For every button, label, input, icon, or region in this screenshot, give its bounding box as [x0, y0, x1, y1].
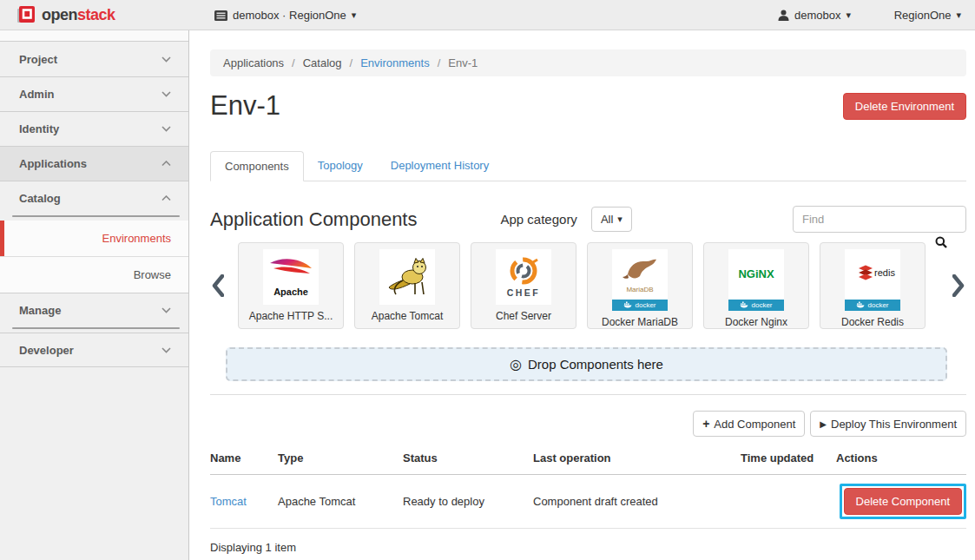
drop-zone-label: Drop Components here [528, 357, 663, 372]
sidebar-top-strip [0, 30, 188, 42]
chevron-right-icon [952, 274, 965, 297]
component-card-docker-mariadb[interactable]: MariaDB docker Docker MariaDB [587, 242, 693, 329]
deploy-environment-button[interactable]: ▶ Deploy This Environment [810, 411, 966, 437]
catalog-underline [12, 215, 180, 217]
sidebar-item-applications[interactable]: Applications [0, 146, 188, 181]
component-card-label: Apache Tomcat [372, 310, 444, 322]
component-card-chef-server[interactable]: CHEF Chef Server [471, 242, 576, 329]
project-switcher[interactable]: demobox · RegionOne ▾ [214, 0, 356, 30]
search-icon[interactable] [935, 236, 947, 248]
sidebar-item-manage[interactable]: Manage [0, 293, 188, 327]
breadcrumb-applications[interactable]: Applications [223, 56, 284, 69]
sidebar-item-browse[interactable]: Browse [0, 256, 188, 293]
component-name-link[interactable]: Tomcat [210, 475, 278, 529]
svg-text:redis: redis [874, 267, 895, 278]
user-icon [778, 10, 789, 21]
caret-down-icon: ▾ [617, 214, 623, 224]
play-icon: ▶ [820, 419, 827, 429]
component-card-docker-nginx[interactable]: NGiNX docker Docker Nginx [703, 242, 809, 329]
component-card-apache-http[interactable]: Apache Apache HTTP S... [238, 242, 344, 329]
table-row: Tomcat Apache Tomcat Ready to deploy Com… [210, 475, 966, 529]
manage-underline [12, 327, 180, 329]
list-icon [214, 10, 227, 21]
chef-logo-icon [506, 257, 541, 287]
caret-down-icon: ▾ [956, 10, 961, 20]
redis-logo-icon: redis [848, 260, 897, 288]
mariadb-seal-icon [616, 255, 664, 284]
component-card-label: Docker MariaDB [602, 316, 678, 328]
tab-topology[interactable]: Topology [304, 151, 377, 181]
openstack-logo[interactable]: openstack [16, 4, 115, 25]
breadcrumb-separator: / [292, 56, 295, 69]
sidebar: Project Admin Identity Applications Cata… [0, 30, 189, 560]
components-table: Name Type Status Last operation Time upd… [210, 445, 966, 529]
caret-down-icon: ▾ [846, 10, 851, 20]
docker-badge: docker [612, 300, 668, 311]
tomcat-cat-icon [384, 258, 431, 296]
nginx-logo-icon: NGiNX [732, 260, 781, 288]
chevron-down-icon [161, 307, 171, 313]
logo-text: openstack [42, 6, 115, 24]
apache-feather-icon [267, 256, 315, 286]
top-bar: openstack demobox · RegionOne ▾ demobox … [0, 0, 975, 30]
target-icon: ◎ [510, 356, 522, 372]
chevron-left-icon [212, 274, 224, 297]
component-time-updated [741, 475, 836, 529]
chevron-up-icon [161, 195, 171, 201]
chevron-up-icon [161, 161, 171, 167]
component-card-docker-redis[interactable]: redis docker Docker Redis [820, 242, 926, 329]
openstack-cube-icon [16, 4, 36, 25]
column-header-last-operation: Last operation [533, 445, 741, 475]
tab-bar: Components Topology Deployment History [210, 151, 966, 181]
context-label: demobox · RegionOne [233, 9, 346, 22]
app-category-label: App category [500, 212, 576, 227]
breadcrumb: Applications / Catalog / Environments / … [210, 49, 966, 76]
breadcrumb-current: Env-1 [448, 56, 478, 69]
tab-components[interactable]: Components [210, 151, 304, 181]
column-header-actions: Actions [836, 445, 966, 475]
breadcrumb-separator: / [438, 56, 441, 69]
tab-deployment-history[interactable]: Deployment History [377, 151, 503, 181]
delete-component-button[interactable]: Delete Component [844, 488, 962, 515]
table-footer: Displaying 1 item [210, 529, 966, 554]
docker-whale-icon [623, 301, 632, 308]
component-card-label: Docker Nginx [725, 316, 787, 328]
sidebar-item-identity[interactable]: Identity [0, 111, 188, 146]
component-card-label: Apache HTTP S... [249, 310, 333, 322]
plus-icon: + [702, 417, 709, 431]
svg-text:Apache: Apache [273, 287, 308, 297]
sidebar-item-developer[interactable]: Developer [0, 333, 188, 367]
main-content: Applications / Catalog / Environments / … [190, 30, 975, 560]
sidebar-item-environments[interactable]: Environments [0, 221, 188, 256]
drop-components-zone[interactable]: ◎ Drop Components here [226, 347, 947, 381]
breadcrumb-separator: / [350, 56, 353, 69]
chevron-down-icon [161, 347, 171, 353]
docker-badge: docker [845, 300, 900, 311]
carousel-next-button[interactable] [951, 274, 966, 297]
app-category-dropdown[interactable]: All ▾ [591, 207, 632, 232]
breadcrumb-environments-link[interactable]: Environments [360, 56, 429, 69]
delete-environment-button[interactable]: Delete Environment [843, 93, 966, 120]
section-divider [210, 394, 966, 395]
region-name: RegionOne [894, 9, 952, 22]
sidebar-item-catalog[interactable]: Catalog [0, 181, 188, 215]
component-status: Ready to deploy [403, 475, 533, 529]
component-last-operation: Component draft created [533, 475, 741, 529]
docker-whale-icon [740, 301, 748, 308]
chef-wordmark: CHEF [499, 287, 548, 298]
svg-text:MariaDB: MariaDB [626, 286, 653, 293]
sidebar-item-project[interactable]: Project [0, 42, 188, 76]
user-menu[interactable]: demobox ▾ [778, 0, 851, 30]
chevron-down-icon [161, 126, 171, 132]
carousel-prev-button[interactable] [210, 274, 226, 297]
components-carousel: Apache Apache HTTP S... [210, 242, 966, 329]
breadcrumb-catalog[interactable]: Catalog [303, 56, 342, 69]
component-card-apache-tomcat[interactable]: Apache Tomcat [354, 242, 460, 329]
sidebar-item-admin[interactable]: Admin [0, 76, 188, 111]
chevron-down-icon [161, 56, 171, 63]
column-header-time-updated: Time updated [741, 445, 836, 475]
add-component-button[interactable]: + Add Component [693, 411, 805, 437]
mariadb-wordmark: MariaDB [616, 284, 664, 293]
region-menu[interactable]: RegionOne ▾ [894, 0, 961, 30]
find-input[interactable] [793, 206, 966, 233]
